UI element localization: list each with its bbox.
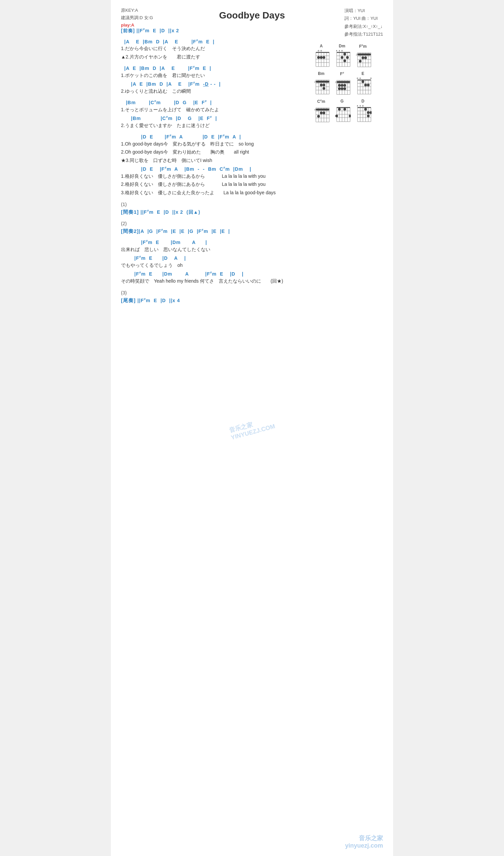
chord-name-A: A	[320, 44, 323, 48]
chord-name-G: G	[340, 99, 343, 104]
section2-block: (2) [間奏2]|A |G |F#m |E |E |G |F#m |E |E …	[121, 221, 383, 235]
svg-text:4: 4	[314, 108, 316, 111]
section1-block: (1) [間奏1] ||F#m E |D ||x 2 (回▲)	[121, 202, 383, 215]
svg-point-130	[338, 108, 341, 111]
svg-point-131	[343, 108, 346, 111]
bridge-lyric3: その時笑顔で Yeah hello my friends 何てさ 言えたならいい…	[121, 277, 383, 285]
chord-diagram-Bm: Bm 2	[312, 71, 330, 95]
svg-point-150	[367, 114, 370, 117]
svg-point-80	[341, 84, 343, 87]
svg-point-81	[343, 84, 346, 87]
chord-name-Fshm: F#m	[359, 44, 366, 49]
fingering-pattern: 參考指法:T121T121	[344, 30, 383, 38]
svg-text:2: 2	[356, 53, 358, 56]
svg-text:o: o	[362, 105, 363, 107]
bridge-chords3: |F#m E |Dm A |F#m E |D |	[131, 271, 383, 277]
svg-point-115	[320, 111, 323, 114]
chorus-lyric1: 1.Oh good-bye days今 変わる気がする 昨日までに so lon…	[121, 140, 383, 147]
svg-text:o: o	[357, 77, 358, 79]
svg-point-30	[343, 53, 346, 55]
svg-point-83	[341, 87, 343, 90]
svg-point-79	[338, 84, 341, 87]
svg-point-15	[323, 56, 325, 59]
svg-text:o: o	[360, 77, 361, 79]
svg-point-31	[341, 56, 343, 59]
svg-text:o: o	[341, 49, 343, 52]
watermark-center: 音乐之家YINYUEZJ.COM	[228, 415, 276, 441]
interlude2-chords: [間奏2]|A |G |F#m |E |E |G |F#m |E |E |	[121, 228, 383, 235]
chord-diagram-Fsh: F# 2	[333, 71, 351, 95]
original-key: 原KEY:A	[121, 7, 153, 14]
intro-block: [前奏] ||F#m E |D ||x 2	[121, 28, 383, 34]
svg-rect-46	[358, 53, 371, 55]
chord-diagram-A: A o o	[312, 44, 330, 68]
chord-name-D: D	[362, 99, 364, 104]
chord-name-Fsh: F#	[340, 71, 344, 76]
svg-point-63	[320, 84, 323, 86]
chord-diagram-Fshm: F#m 2	[354, 44, 372, 68]
svg-point-99	[362, 80, 364, 83]
svg-point-116	[323, 111, 325, 114]
svg-point-49	[359, 60, 362, 63]
outro-chords: [尾奏] ||F#m E |D ||x 4	[121, 298, 383, 304]
chorus-lyric4: 1.格好良くない 優しさが側にあるから La la la la la with …	[121, 173, 383, 180]
svg-text:2: 2	[335, 81, 337, 84]
svg-text:o: o	[318, 49, 319, 52]
bridge-chords1: |F#m E |Dm A |	[141, 239, 383, 245]
bridge-block: |F#m E |Dm A | 出来れば 悲しい 思いなんてしたくない |F#m …	[121, 239, 383, 285]
song-title: Goodbye Days	[121, 7, 383, 21]
play-key: play:A	[121, 21, 153, 29]
chord-name-Bm: Bm	[318, 71, 324, 76]
lyricist-composer: 詞：YUI 曲：YUI	[344, 15, 383, 22]
svg-point-149	[370, 111, 372, 114]
interlude1-bracket-label: [間奏1]	[121, 209, 139, 215]
chorus-block: |D E |F#m A |D E |F#m A | 1.Oh good-bye …	[121, 134, 383, 196]
section3-block: (3) [尾奏] ||F#m E |D ||x 4	[121, 290, 383, 304]
svg-point-65	[323, 87, 325, 90]
chorus-lyric6: 3.格好良くない 優しさに会えた良かったよ La la la la good-b…	[121, 189, 383, 196]
section3-label: (3)	[121, 290, 383, 296]
watermark-footer: 音乐之家yinyuezj.com	[345, 834, 383, 849]
svg-point-100	[364, 84, 367, 86]
bridge-chords2: |F#m E |D A |	[131, 255, 383, 261]
section1-label: (1)	[121, 202, 383, 207]
bridge-lyric2: でもやってくるでしょう oh	[121, 262, 383, 269]
svg-point-129	[335, 114, 338, 117]
svg-text:2: 2	[314, 80, 316, 83]
chord-diagram-G: G	[333, 99, 351, 123]
interlude1-chords: [間奏1] ||F#m E |D ||x 2 (回▲)	[121, 209, 383, 215]
svg-rect-62	[316, 81, 329, 83]
outro-bracket-label: [尾奏]	[121, 298, 136, 303]
svg-point-82	[338, 87, 341, 90]
svg-text:x: x	[339, 49, 340, 52]
interlude2-bracket-label: [間奏2]	[121, 228, 139, 234]
svg-point-48	[364, 56, 367, 59]
meta-left: 原KEY:A 建議男調:D 女:G play:A	[121, 7, 153, 29]
chord-diagram-D: D x x o	[354, 99, 372, 123]
strum-pattern: 參考刷法:X↑_↑X↑_↓	[344, 22, 383, 30]
chord-diagram-Cshm: C#m 4	[312, 99, 330, 123]
svg-text:x: x	[360, 105, 361, 107]
svg-point-33	[343, 59, 346, 62]
svg-point-101	[367, 84, 370, 86]
meta-right: 演唱：YUI 詞：YUI 曲：YUI 參考刷法:X↑_↑X↑_↓ 參考指法:T1…	[344, 7, 383, 38]
svg-rect-114	[316, 109, 329, 111]
verse1a-chords: |A E |Bm D |A E |F#m E |	[121, 39, 383, 44]
svg-text:o: o	[321, 49, 322, 52]
svg-point-84	[343, 87, 346, 90]
svg-rect-78	[337, 81, 350, 83]
svg-text:x: x	[336, 49, 337, 52]
diagram-row-2: Bm 2	[312, 71, 386, 95]
performer: 演唱：YUI	[344, 7, 383, 15]
svg-point-13	[317, 56, 320, 59]
suggested-key: 建議男調:D 女:G	[121, 14, 153, 21]
chord-name-E: E	[362, 71, 364, 76]
bridge-lyric1: 出来れば 悲しい 思いなんてしたくない	[121, 246, 383, 253]
svg-point-132	[349, 114, 351, 117]
intro-chord-line: [前奏] ||F#m E |D ||x 2	[121, 28, 383, 34]
svg-point-47	[362, 56, 364, 59]
diagram-row-3: C#m 4	[312, 99, 386, 123]
chord-diagrams: A o o	[312, 44, 386, 126]
svg-point-64	[323, 84, 325, 86]
svg-point-32	[346, 56, 349, 59]
